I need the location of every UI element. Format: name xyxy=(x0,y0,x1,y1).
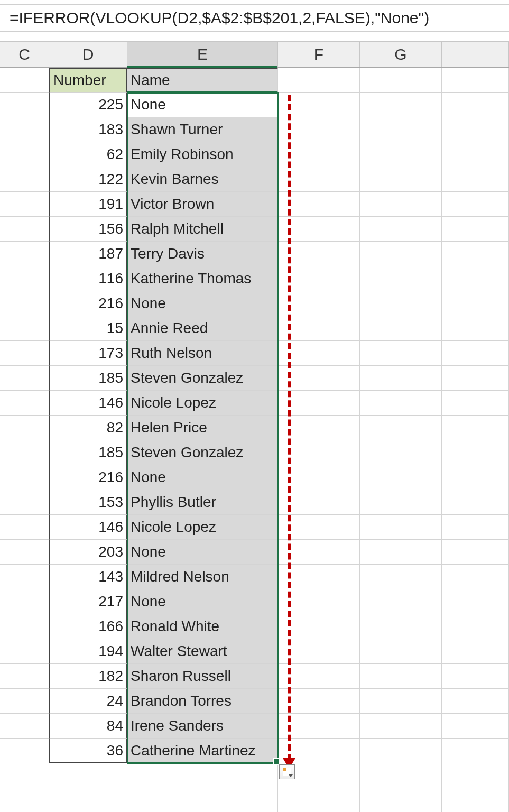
cell-D[interactable]: 153 xyxy=(49,490,127,515)
cell-rest[interactable] xyxy=(442,614,509,639)
col-header-E[interactable]: E xyxy=(127,42,278,67)
cell-rest[interactable] xyxy=(442,465,509,490)
cell-D[interactable]: 156 xyxy=(49,217,127,242)
col-header-F[interactable]: F xyxy=(278,42,360,67)
cell-E[interactable]: Ralph Mitchell xyxy=(127,217,278,242)
cell-D[interactable]: 143 xyxy=(49,565,127,589)
cell-G[interactable] xyxy=(360,515,442,540)
cell-rest[interactable] xyxy=(442,142,509,167)
cell-D[interactable] xyxy=(49,788,127,812)
cell-G[interactable] xyxy=(360,341,442,366)
cell-G[interactable] xyxy=(360,416,442,440)
cell-C[interactable] xyxy=(0,540,49,565)
cell-G[interactable] xyxy=(360,788,442,812)
cell-E[interactable] xyxy=(127,763,278,788)
cell-D[interactable]: 191 xyxy=(49,192,127,217)
cell-G[interactable] xyxy=(360,242,442,266)
cell-C[interactable] xyxy=(0,142,49,167)
cell-E[interactable]: Annie Reed xyxy=(127,316,278,341)
cell-E[interactable]: Kevin Barnes xyxy=(127,167,278,192)
col-header-rest[interactable] xyxy=(442,42,509,67)
cell-E[interactable]: None xyxy=(127,589,278,614)
cell-rest[interactable] xyxy=(442,242,509,266)
cell-D[interactable]: 24 xyxy=(49,689,127,714)
cell-rest[interactable] xyxy=(442,440,509,465)
grid[interactable]: NumberName225None183 Shawn Turner62 Emil… xyxy=(0,68,509,812)
cell-rest[interactable] xyxy=(442,490,509,515)
cell-G[interactable] xyxy=(360,440,442,465)
cell-C[interactable] xyxy=(0,192,49,217)
cell-C[interactable] xyxy=(0,366,49,391)
cell-E[interactable]: Mildred Nelson xyxy=(127,565,278,589)
cell-D[interactable] xyxy=(49,763,127,788)
cell-D[interactable]: 173 xyxy=(49,341,127,366)
cell-E[interactable]: Steven Gonzalez xyxy=(127,366,278,391)
cell-C[interactable] xyxy=(0,316,49,341)
autofill-options-icon[interactable] xyxy=(279,764,295,779)
cell-G[interactable] xyxy=(360,217,442,242)
cell-D[interactable]: 122 xyxy=(49,167,127,192)
cell-rest[interactable] xyxy=(442,68,509,93)
cell-rest[interactable] xyxy=(442,93,509,117)
cell-D[interactable]: 185 xyxy=(49,440,127,465)
cell-C[interactable] xyxy=(0,589,49,614)
cell-E[interactable]: Phyllis Butler xyxy=(127,490,278,515)
cell-G[interactable] xyxy=(360,266,442,291)
cell-D[interactable]: 15 xyxy=(49,316,127,341)
cell-C-hdr[interactable] xyxy=(0,68,49,93)
cell-E[interactable]: Sharon Russell xyxy=(127,664,278,689)
cell-C[interactable] xyxy=(0,93,49,117)
cell-E[interactable]: Katherine Thomas xyxy=(127,266,278,291)
cell-D[interactable]: 166 xyxy=(49,614,127,639)
cell-G[interactable] xyxy=(360,391,442,416)
cell-C[interactable] xyxy=(0,266,49,291)
cell-G[interactable] xyxy=(360,192,442,217)
cell-rest[interactable] xyxy=(442,416,509,440)
cell-rest[interactable] xyxy=(442,689,509,714)
cell-D[interactable]: 183 xyxy=(49,117,127,142)
cell-D-hdr[interactable]: Number xyxy=(49,68,127,93)
cell-C[interactable] xyxy=(0,714,49,739)
cell-C[interactable] xyxy=(0,639,49,664)
cell-G[interactable] xyxy=(360,614,442,639)
cell-E[interactable]: Helen Price xyxy=(127,416,278,440)
cell-D[interactable]: 116 xyxy=(49,266,127,291)
cell-C[interactable] xyxy=(0,465,49,490)
cell-G[interactable] xyxy=(360,142,442,167)
cell-E[interactable]: None xyxy=(127,93,278,117)
cell-rest[interactable] xyxy=(442,391,509,416)
cell-C[interactable] xyxy=(0,614,49,639)
cell-F-hdr[interactable] xyxy=(278,68,360,93)
cell-C[interactable] xyxy=(0,117,49,142)
cell-D[interactable]: 217 xyxy=(49,589,127,614)
cell-C[interactable] xyxy=(0,167,49,192)
cell-E[interactable]: Walter Stewart xyxy=(127,639,278,664)
cell-D[interactable]: 225 xyxy=(49,93,127,117)
cell-rest[interactable] xyxy=(442,589,509,614)
cell-G[interactable] xyxy=(360,739,442,763)
cell-rest[interactable] xyxy=(442,664,509,689)
cell-E[interactable]: Ronald White xyxy=(127,614,278,639)
cell-rest[interactable] xyxy=(442,515,509,540)
col-header-D[interactable]: D xyxy=(49,42,127,67)
cell-C[interactable] xyxy=(0,391,49,416)
cell-E[interactable]: Steven Gonzalez xyxy=(127,440,278,465)
cell-rest[interactable] xyxy=(442,366,509,391)
cell-C[interactable] xyxy=(0,515,49,540)
cell-G[interactable] xyxy=(360,664,442,689)
cell-F[interactable] xyxy=(278,788,360,812)
cell-E[interactable]: Shawn Turner xyxy=(127,117,278,142)
cell-G[interactable] xyxy=(360,366,442,391)
cell-C[interactable] xyxy=(0,341,49,366)
cell-C[interactable] xyxy=(0,490,49,515)
cell-D[interactable]: 185 xyxy=(49,366,127,391)
cell-D[interactable]: 82 xyxy=(49,416,127,440)
cell-rest[interactable] xyxy=(442,763,509,788)
cell-E[interactable] xyxy=(127,788,278,812)
cell-C[interactable] xyxy=(0,242,49,266)
cell-E[interactable]: Brandon Torres xyxy=(127,689,278,714)
cell-rest[interactable] xyxy=(442,788,509,812)
cell-rest[interactable] xyxy=(442,192,509,217)
cell-E[interactable]: Terry Davis xyxy=(127,242,278,266)
cell-rest[interactable] xyxy=(442,565,509,589)
